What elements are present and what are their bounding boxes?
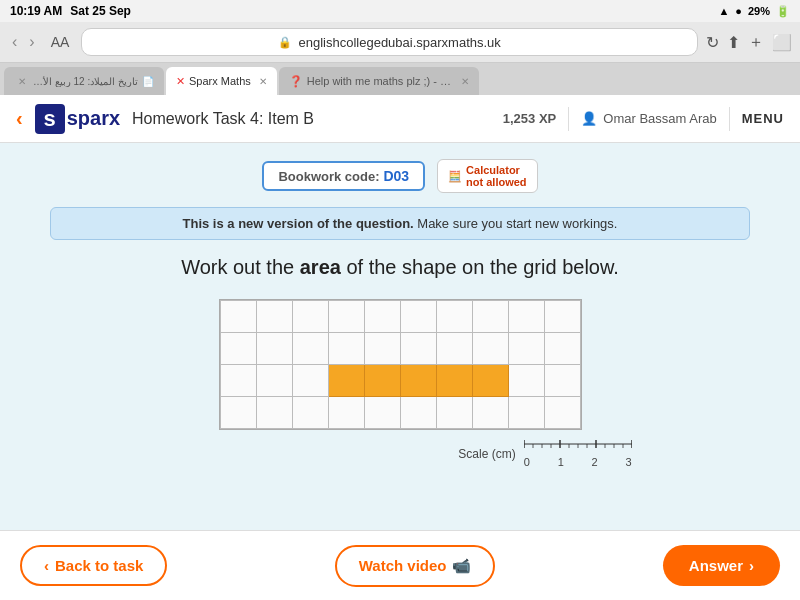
grid-cell [472,333,508,365]
menu-button[interactable]: MENU [742,111,784,126]
grid-cell [220,365,256,397]
url-text: englishcollegedubai.sparxmaths.uk [298,35,500,50]
status-right: ▲ ● 29% 🔋 [718,5,790,18]
answer-button[interactable]: Answer › [663,545,780,586]
tabs-button[interactable]: ⬜ [772,33,792,52]
sparx-logo-icon: s [35,104,65,134]
answer-chevron-icon: › [749,557,754,574]
tab-arabic-label: تاريخ الميلاد: 12 ربيع الأول... [30,76,138,87]
grid-cell [220,301,256,333]
grid-cell [400,333,436,365]
grid-cell [508,365,544,397]
scale-numbers: 0 1 2 3 [524,456,632,468]
scale-0: 0 [524,456,530,468]
grid-cell [508,301,544,333]
time: 10:19 AM [10,4,62,18]
bottom-bar: ‹ Back to task Watch video 📹 Answer › [0,530,800,600]
grid-cell [364,365,400,397]
content-area: Bookwork code: D03 🧮 Calculator not allo… [0,143,800,530]
grid-table [220,300,581,429]
grid-row [220,365,580,397]
date: Sat 25 Sep [70,4,131,18]
page-wrapper: 10:19 AM Sat 25 Sep ▲ ● 29% 🔋 ‹ › AA 🔒 e… [0,0,800,600]
refresh-button[interactable]: ↻ [706,33,719,52]
tab-arabic[interactable]: 📄 تاريخ الميلاد: 12 ربيع الأول... ✕ [4,67,164,95]
bookwork-value: D03 [383,168,409,184]
grid-cell [508,397,544,429]
browser-chrome: ‹ › AA 🔒 englishcollegedubai.sparxmaths.… [0,22,800,63]
grid-cell [508,333,544,365]
grid-cell [292,397,328,429]
grid-cell [328,333,364,365]
nav-buttons: ‹ › [8,31,39,53]
question-bold: area [300,256,341,278]
scale-svg [524,440,632,454]
bookwork-bar: Bookwork code: D03 🧮 Calculator not allo… [262,159,537,193]
tab-arabic-favicon: 📄 [142,76,154,87]
lock-icon: 🔒 [278,36,292,49]
grid-cell [400,397,436,429]
grid-cell [436,333,472,365]
calculator-line1: Calculator [466,164,527,176]
grid-cell [472,365,508,397]
new-tab-button[interactable]: ＋ [748,32,764,53]
scale-label: Scale (cm) [458,447,515,461]
user-icon: 👤 [581,111,597,126]
info-banner: This is a new version of the question. M… [50,207,750,240]
grid-cell [472,301,508,333]
grid-cell [364,397,400,429]
back-to-task-button[interactable]: ‹ Back to task [20,545,167,586]
signal-icon: ● [735,5,742,17]
calculator-icon: 🧮 [448,170,462,183]
bookwork-label: Bookwork code: [278,169,379,184]
grid-cell [256,397,292,429]
reader-mode-button[interactable]: AA [47,32,74,52]
address-bar[interactable]: 🔒 englishcollegedubai.sparxmaths.uk [81,28,698,56]
grid-cell [472,397,508,429]
tab-arabic-close[interactable]: ✕ [18,76,26,87]
tab-brainly-label: Help with me maths plz ;) - Brainly.com [307,75,453,87]
back-nav-button[interactable]: ‹ [8,31,21,53]
app-back-button[interactable]: ‹ [16,107,23,130]
grid-cell [292,365,328,397]
tab-brainly-close[interactable]: ✕ [461,76,469,87]
watch-video-button[interactable]: Watch video 📹 [335,545,496,587]
tab-sparx-label: Sparx Maths [189,75,251,87]
battery-level: 29% [748,5,770,17]
app-header: ‹ s sparx Homework Task 4: Item B 1,253 … [0,95,800,143]
browser-actions: ↻ ⬆ ＋ ⬜ [706,32,792,53]
scale-3: 3 [626,456,632,468]
scale-ruler: 0 1 2 3 [524,440,632,468]
tab-sparx-favicon: ✕ [176,75,185,88]
bookwork-code-badge: Bookwork code: D03 [262,161,425,191]
grid-row [220,333,580,365]
tab-bar: 📄 تاريخ الميلاد: 12 ربيع الأول... ✕ ✕ Sp… [0,63,800,95]
scale-1: 1 [558,456,564,468]
grid-cell [436,397,472,429]
forward-nav-button[interactable]: › [25,31,38,53]
question-suffix: of the shape on the grid below. [341,256,619,278]
answer-label: Answer [689,557,743,574]
grid-cell [436,365,472,397]
question-prefix: Work out the [181,256,300,278]
user-name: Omar Bassam Arab [603,111,716,126]
grid-container [219,299,582,430]
calculator-text: Calculator not allowed [466,164,527,188]
grid-row [220,301,580,333]
tab-brainly[interactable]: ❓ Help with me maths plz ;) - Brainly.co… [279,67,479,95]
tab-sparx[interactable]: ✕ Sparx Maths ✕ [166,67,277,95]
share-button[interactable]: ⬆ [727,33,740,52]
grid-cell [544,397,580,429]
status-left: 10:19 AM Sat 25 Sep [10,4,131,18]
back-chevron-icon: ‹ [44,557,49,574]
header-divider [568,107,569,131]
grid-cell [544,301,580,333]
grid-row [220,397,580,429]
tab-brainly-favicon: ❓ [289,75,303,88]
grid-cell [400,301,436,333]
tab-sparx-close[interactable]: ✕ [259,76,267,87]
grid-cell [220,333,256,365]
grid-cell [436,301,472,333]
xp-badge: 1,253 XP [503,111,557,126]
sparx-logo-text: sparx [67,107,120,130]
